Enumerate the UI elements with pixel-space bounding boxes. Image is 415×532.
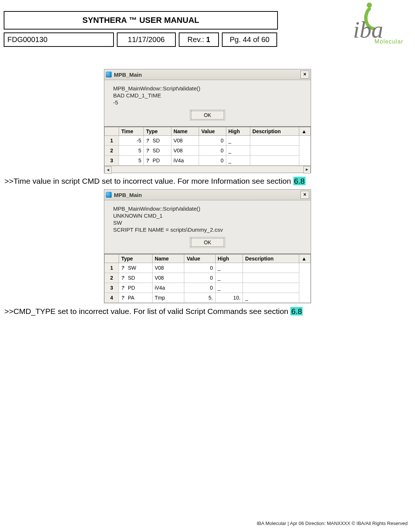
window-titlebar: MPB_Main × (104, 190, 311, 200)
dialog-body: MPB_MainWindow::ScriptValidate() UNKNOWN… (104, 200, 311, 253)
app-icon (106, 192, 112, 198)
table-row: 3 5 ? PD iV4a 0 _ (105, 156, 311, 166)
window-title: MPB_Main (114, 192, 298, 198)
doc-number: FDG000130 (4, 32, 114, 47)
scroll-up-icon[interactable]: ▲ (299, 127, 311, 136)
svg-point-0 (367, 3, 372, 8)
scrollbar-vertical[interactable] (299, 263, 311, 303)
dialog-msg-line: -5 (113, 99, 302, 106)
scrollbar-vertical[interactable] (299, 136, 311, 166)
svg-text:Molecular: Molecular (374, 38, 403, 45)
question-icon: ? (121, 265, 126, 270)
table-row: 2 5 ? SD V08 0 _ (105, 146, 311, 156)
caption-1: >>Time value in script CMD set to incorr… (4, 177, 411, 186)
ok-button[interactable]: OK (191, 111, 224, 120)
table-row: 4 ? PA Tmp 5. 10. _ (105, 293, 311, 303)
doc-title: SYNTHERA ™ USER MANUAL (4, 12, 277, 29)
scroll-right-icon[interactable]: ► (303, 166, 311, 173)
question-icon: ? (121, 295, 126, 300)
question-icon: ? (146, 138, 151, 143)
section-ref: 6.8 (290, 307, 303, 315)
grid-header-row: Time Type Name Value High Description ▲ (105, 127, 311, 136)
app-icon (106, 72, 112, 77)
table-row: 3 ? PD iV4a 0 _ (105, 283, 311, 293)
close-icon[interactable]: × (300, 70, 309, 79)
question-icon: ? (146, 158, 151, 163)
dialog-msg-line: MPB_MainWindow::ScriptValidate() (113, 205, 302, 212)
table-row: 1 -5 ? SD V08 0 _ (105, 136, 311, 146)
doc-date: 11/17/2006 (117, 32, 176, 47)
data-grid: Type Name Value High Description ▲ 1 ? S… (104, 253, 311, 303)
page-footer: IBA Molecular | Apr 06 Direction: MANXXX… (257, 521, 408, 526)
scroll-up-icon[interactable]: ▲ (299, 255, 311, 263)
dialog-msg-line: UNKNOWN CMD_1 (113, 213, 302, 219)
dialog-msg-line: SW (113, 220, 302, 226)
dialog-msg-line: SCRIPT FILE NAME = scripts\Dummy_2.csv (113, 227, 302, 233)
doc-header: SYNTHERA ™ USER MANUAL (4, 11, 278, 30)
scroll-left-icon[interactable]: ◄ (104, 166, 112, 174)
section-ref: 6.8 (293, 177, 306, 185)
table-row: 1 ? SW V08 0 _ (105, 263, 311, 273)
grid-header-row: Type Name Value High Description ▲ (105, 255, 311, 263)
doc-meta-row: FDG000130 11/17/2006 Rev.: 1 Pg. 44 of 6… (4, 32, 277, 47)
brand-logo: iba Molecular (327, 2, 408, 46)
window-title: MPB_Main (114, 72, 298, 78)
caption-2: >>CMD_TYPE set to incorrect value. For l… (4, 307, 411, 316)
table-row: 2 ? SD V08 0 _ (105, 273, 311, 283)
dialog-body: MPB_MainWindow::ScriptValidate() BAD CMD… (104, 80, 311, 126)
doc-page: Pg. 44 of 60 (222, 32, 277, 47)
scrollbar-horizontal[interactable]: ◄ ► (104, 166, 311, 173)
question-icon: ? (146, 148, 151, 153)
ok-button[interactable]: OK (191, 238, 224, 247)
window-titlebar: MPB_Main × (104, 69, 311, 80)
dialog-msg-line: MPB_MainWindow::ScriptValidate() (113, 85, 302, 91)
dialog-screenshot-1: MPB_Main × MPB_MainWindow::ScriptValidat… (104, 69, 311, 173)
close-icon[interactable]: × (300, 191, 309, 199)
doc-rev: Rev.: 1 (179, 32, 219, 47)
question-icon: ? (121, 285, 126, 290)
question-icon: ? (121, 275, 126, 280)
dialog-msg-line: BAD CMD_1_TIME (113, 92, 302, 99)
dialog-screenshot-2: MPB_Main × MPB_MainWindow::ScriptValidat… (104, 189, 311, 303)
data-grid: Time Type Name Value High Description ▲ … (104, 126, 311, 173)
